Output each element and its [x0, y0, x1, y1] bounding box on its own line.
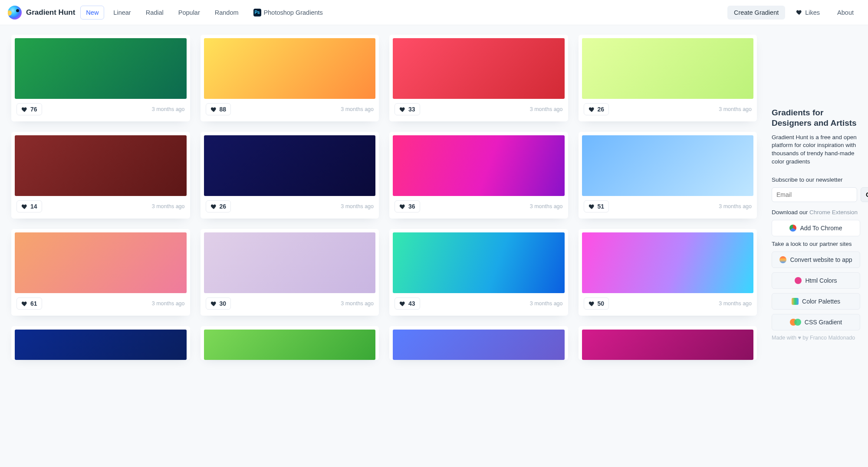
time-ago: 3 months ago [530, 300, 563, 307]
about-link[interactable]: About [831, 6, 860, 20]
like-count: 26 [220, 203, 227, 210]
gradient-card[interactable]: 503 months ago [579, 229, 757, 316]
gradient-swatch [15, 232, 187, 293]
time-ago: 3 months ago [341, 106, 374, 112]
heart-icon [399, 106, 406, 113]
heart-icon [399, 300, 406, 307]
gradient-swatch [393, 135, 565, 196]
nav-linear[interactable]: Linear [108, 6, 136, 20]
gradient-card[interactable]: 333 months ago [389, 35, 568, 121]
like-count: 43 [408, 300, 415, 307]
like-button[interactable]: 14 [16, 200, 42, 212]
like-button[interactable]: 26 [206, 200, 231, 212]
likes-link[interactable]: Likes [789, 6, 826, 20]
heart-icon [21, 300, 28, 307]
gradient-swatch [393, 330, 565, 360]
card-footer: 503 months ago [579, 293, 757, 316]
heart-icon [589, 300, 595, 307]
gradient-swatch [393, 38, 565, 99]
brand-home-link[interactable]: Gradient Hunt [8, 6, 75, 20]
time-ago: 3 months ago [341, 300, 374, 307]
card-footer: 263 months ago [201, 196, 379, 219]
nav-new[interactable]: New [80, 6, 104, 20]
create-gradient-button[interactable]: Create Gradient [727, 6, 785, 20]
cssgradient-icon [790, 319, 801, 326]
htmlcolors-icon [795, 277, 802, 284]
card-footer: 263 months ago [579, 99, 757, 121]
newsletter-form: Ok [772, 187, 860, 202]
heart-icon [21, 106, 28, 113]
time-ago: 3 months ago [719, 300, 752, 307]
gradient-swatch [393, 232, 565, 293]
card-footer: 513 months ago [579, 196, 757, 219]
subscribe-label: Subscribe to our newsletter [772, 176, 860, 183]
chrome-extension-link[interactable]: Chrome Extension [809, 209, 858, 216]
card-footer: 143 months ago [11, 196, 190, 219]
like-count: 36 [408, 203, 415, 210]
time-ago: 3 months ago [530, 203, 563, 209]
email-input[interactable] [772, 187, 857, 202]
nav-popular[interactable]: Popular [173, 6, 206, 20]
like-button[interactable]: 61 [16, 297, 42, 310]
heart-icon [399, 203, 406, 210]
gradient-card[interactable] [11, 326, 190, 360]
newsletter-submit-button[interactable]: Ok [861, 187, 868, 202]
gradient-card[interactable]: 613 months ago [11, 229, 190, 316]
heart-icon [589, 106, 595, 113]
partner-html-colors[interactable]: Html Colors [772, 272, 860, 289]
likes-label: Likes [805, 9, 820, 16]
partners-label: Take a look to our partner sites [772, 241, 860, 247]
like-count: 61 [30, 300, 37, 307]
card-footer: 763 months ago [11, 99, 190, 121]
like-button[interactable]: 33 [395, 103, 420, 115]
heart-icon [796, 9, 802, 16]
nav-random[interactable]: Random [209, 6, 244, 20]
gradient-swatch [15, 330, 187, 360]
gradient-card[interactable]: 883 months ago [201, 35, 379, 121]
nav-photoshop-label: Photoshop Gradients [264, 9, 323, 16]
like-button[interactable]: 26 [584, 103, 609, 115]
sidebar-description: Gradient Hunt is a free and open platfor… [772, 134, 860, 167]
card-footer: 433 months ago [389, 293, 568, 316]
like-count: 26 [598, 106, 605, 113]
download-label: Download our Chrome Extension [772, 209, 860, 216]
gradient-card[interactable] [579, 326, 757, 360]
like-button[interactable]: 88 [206, 103, 231, 115]
heart-icon [210, 106, 217, 113]
partner-color-palettes[interactable]: Color Palettes [772, 293, 860, 310]
card-footer: 883 months ago [201, 99, 379, 121]
partner-convert-app[interactable]: Convert website to app [772, 251, 860, 268]
time-ago: 3 months ago [719, 203, 752, 209]
gradient-card[interactable]: 363 months ago [389, 132, 568, 219]
card-footer: 333 months ago [389, 99, 568, 121]
nav-photoshop[interactable]: Ps Photoshop Gradients [248, 6, 329, 20]
gradient-card[interactable]: 513 months ago [579, 132, 757, 219]
like-count: 33 [408, 106, 415, 113]
like-button[interactable]: 76 [16, 103, 42, 115]
like-button[interactable]: 51 [584, 200, 609, 212]
gradient-swatch [204, 330, 376, 360]
gradient-card[interactable] [389, 326, 568, 360]
gradient-card[interactable]: 303 months ago [201, 229, 379, 316]
like-button[interactable]: 30 [206, 297, 231, 310]
gradient-card[interactable]: 143 months ago [11, 132, 190, 219]
gradient-swatch [204, 135, 376, 196]
add-to-chrome-button[interactable]: Add To Chrome [772, 220, 860, 236]
time-ago: 3 months ago [341, 203, 374, 209]
heart-icon [210, 203, 217, 210]
like-button[interactable]: 36 [395, 200, 420, 212]
convert-icon [779, 256, 786, 263]
gradient-card[interactable]: 263 months ago [579, 35, 757, 121]
logo-icon [8, 6, 22, 20]
like-button[interactable]: 43 [395, 297, 420, 310]
partner-css-gradient[interactable]: CSS Gradient [772, 314, 860, 330]
like-button[interactable]: 50 [584, 297, 609, 310]
card-footer: 613 months ago [11, 293, 190, 316]
gradient-card[interactable]: 263 months ago [201, 132, 379, 219]
sidebar: Gradients for Designers and Artists Grad… [767, 25, 868, 377]
like-count: 51 [598, 203, 605, 210]
gradient-card[interactable]: 763 months ago [11, 35, 190, 121]
gradient-card[interactable] [201, 326, 379, 360]
gradient-card[interactable]: 433 months ago [389, 229, 568, 316]
nav-radial[interactable]: Radial [140, 6, 169, 20]
